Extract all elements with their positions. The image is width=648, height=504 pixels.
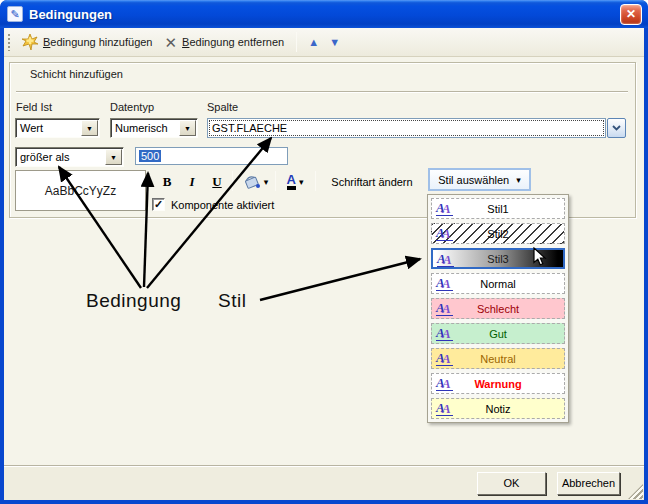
operator-combobox[interactable]: größer als ▼: [15, 147, 124, 167]
column-dropdown-button[interactable]: [607, 118, 626, 138]
add-condition-label: Bedingung hinzufügen: [43, 36, 153, 48]
style-option-label: Stil3: [487, 253, 508, 265]
style-option[interactable]: AA Warnung: [431, 373, 565, 394]
dropdown-arrow-icon[interactable]: ▼: [81, 120, 98, 136]
style-option-label: Neutral: [480, 353, 515, 365]
remove-condition-label: Bedingung entfernen: [182, 36, 284, 48]
format-separator: [275, 171, 276, 191]
underline-button[interactable]: U: [205, 170, 229, 193]
window-title: Bedingungen: [29, 7, 112, 22]
component-enabled-label: Komponente aktiviert: [171, 199, 274, 211]
client-area: Bedingung hinzufügen ✕ Bedingung entfern…: [4, 28, 644, 500]
chevron-down-icon: [612, 125, 621, 131]
style-select-button[interactable]: Stil auswählen ▾: [428, 168, 531, 191]
threshold-input[interactable]: 500: [135, 147, 288, 165]
cell-style-icon: AA: [436, 376, 453, 391]
operator-value: größer als: [16, 148, 104, 166]
resize-grip[interactable]: [628, 484, 643, 499]
condition-annotation-label: Bedingung: [86, 290, 181, 312]
add-condition-button[interactable]: Bedingung hinzufügen: [16, 31, 159, 53]
content-area: Schicht hinzufügen Feld Ist Datentyp Spa…: [4, 57, 644, 465]
change-font-button[interactable]: Schriftart ändern: [322, 170, 422, 193]
dropdown-arrow-icon[interactable]: ▼: [105, 149, 122, 165]
style-option-label: Warnung: [474, 378, 521, 390]
toolbar-separator: [296, 32, 297, 52]
titlebar[interactable]: ✎ Bedingungen ✕: [0, 0, 648, 28]
toolbar: Bedingung hinzufügen ✕ Bedingung entfern…: [4, 28, 644, 57]
cancel-button[interactable]: Abbrechen: [557, 472, 620, 495]
italic-button[interactable]: I: [181, 170, 203, 193]
field-value: Wert: [16, 119, 80, 137]
column-field[interactable]: GST.FLAECHE: [207, 118, 606, 138]
cell-style-icon: AA: [436, 401, 453, 416]
cell-style-icon: AA: [437, 252, 454, 267]
style-option[interactable]: AA Gut: [431, 323, 565, 344]
column-label: Spalte: [207, 101, 238, 113]
move-up-button[interactable]: ▲: [303, 34, 324, 50]
style-option[interactable]: AA Stil2: [431, 223, 565, 244]
cell-style-icon: AA: [436, 326, 453, 341]
style-option-label: Schlecht: [477, 303, 519, 315]
cell-style-icon: AA: [436, 351, 453, 366]
move-down-button[interactable]: ▼: [324, 34, 345, 50]
datatype-combobox[interactable]: Numerisch ▼: [110, 118, 198, 138]
style-option-label: Gut: [489, 328, 507, 340]
add-condition-icon: [22, 34, 38, 50]
font-preview-box: AaBbCcYyZz: [15, 170, 146, 211]
menu-arrow-icon: ▾: [299, 177, 304, 187]
style-dropdown-list: AA Stil1 AA Stil2 AA Stil3 AA: [427, 194, 569, 423]
style-option[interactable]: AA Schlecht: [431, 298, 565, 319]
dialog-window: ✎ Bedingungen ✕ Bedingung hinzufügen ✕ B…: [0, 0, 648, 504]
remove-condition-button[interactable]: ✕ Bedingung entfernen: [159, 32, 291, 53]
bold-button[interactable]: B: [156, 170, 178, 193]
style-annotation-label: Stil: [218, 290, 246, 312]
font-color-button[interactable]: A ▾: [278, 170, 312, 193]
cell-style-icon: AA: [436, 226, 453, 241]
threshold-selection: 500: [139, 150, 161, 162]
ok-button[interactable]: OK: [477, 472, 546, 495]
menu-arrow-icon: ▾: [264, 177, 269, 187]
group-separator: [16, 91, 628, 93]
menu-arrow-icon: ▾: [516, 175, 521, 185]
remove-condition-icon: ✕: [165, 35, 178, 50]
cell-style-icon: AA: [436, 201, 453, 216]
field-label: Feld Ist: [16, 101, 52, 113]
format-separator: [232, 171, 233, 191]
column-value: GST.FLAECHE: [212, 122, 287, 134]
footer-bar: OK Abbrechen: [4, 465, 644, 500]
group-title: Schicht hinzufügen: [30, 68, 123, 80]
close-button[interactable]: ✕: [620, 4, 642, 25]
cell-style-icon: AA: [436, 301, 453, 316]
style-option-label: Stil1: [487, 203, 508, 215]
window-icon: ✎: [7, 6, 23, 22]
fill-color-icon: [242, 174, 261, 190]
style-option[interactable]: AA Normal: [431, 273, 565, 294]
checkbox-checked-icon[interactable]: ✓: [152, 198, 165, 211]
dropdown-arrow-icon[interactable]: ▼: [179, 120, 196, 136]
style-option[interactable]: AA Neutral: [431, 348, 565, 369]
datatype-label: Datentyp: [110, 101, 154, 113]
style-option[interactable]: AA Stil1: [431, 198, 565, 219]
style-option-label: Stil2: [487, 228, 508, 240]
font-color-icon: A: [287, 173, 296, 190]
style-option[interactable]: AA Stil3: [431, 248, 565, 269]
style-option[interactable]: AA Notiz: [431, 398, 565, 419]
toolbar-grip[interactable]: [8, 34, 10, 51]
datatype-value: Numerisch: [111, 119, 178, 137]
component-enabled-row[interactable]: ✓ Komponente aktiviert: [152, 198, 274, 211]
format-separator: [315, 171, 316, 191]
style-select-label: Stil auswählen: [438, 174, 509, 186]
style-option-label: Normal: [480, 278, 515, 290]
field-combobox[interactable]: Wert ▼: [15, 118, 100, 138]
style-option-label: Notiz: [485, 403, 510, 415]
cell-style-icon: AA: [436, 276, 453, 291]
fill-color-button[interactable]: ▾: [237, 170, 273, 193]
column-combobox[interactable]: GST.FLAECHE: [207, 118, 626, 138]
